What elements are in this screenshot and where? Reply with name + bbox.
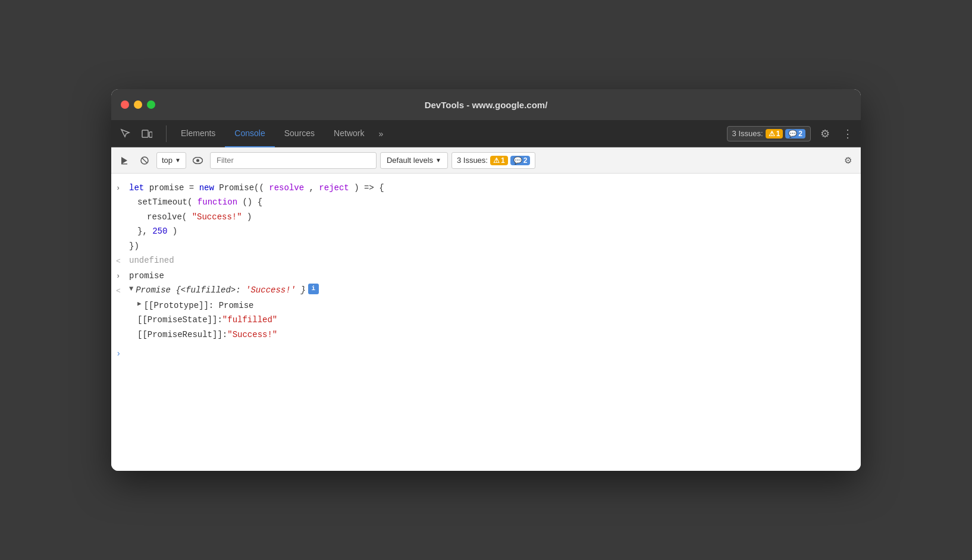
list-item[interactable]: < ▼ Promise {<fulfilled>: 'Success!' } i <box>111 283 861 298</box>
warn-icon: ⚠ <box>769 130 775 138</box>
console-output: › let promise = new Promise(( resolve , … <box>111 174 861 471</box>
toolbar-info-icon: 💬 <box>513 156 522 165</box>
traffic-lights <box>121 100 155 109</box>
undefined-output: undefined <box>129 254 174 267</box>
triangle-down-icon[interactable]: ▼ <box>129 284 133 295</box>
tab-console[interactable]: Console <box>225 120 274 147</box>
console-settings-icon[interactable]: ⚙ <box>839 152 856 169</box>
toolbar-info-badge: 💬 2 <box>510 156 531 165</box>
console-toolbar: top ▼ Default levels ▼ 3 Issues: ⚠ 1 💬 2 <box>111 147 861 174</box>
svg-marker-2 <box>121 157 127 164</box>
minimize-button[interactable] <box>134 100 142 109</box>
info-icon: 💬 <box>788 130 797 138</box>
list-item: [[PromiseState]]: "fulfilled" <box>111 313 861 327</box>
toolbar-warn-count: 1 <box>501 156 505 165</box>
promise-state-key: [[PromiseState]]: <box>137 313 222 326</box>
warn-badge: ⚠ 1 <box>766 129 783 139</box>
list-item: resolve( "Success!" ) <box>111 210 861 224</box>
list-item: }) <box>111 239 861 253</box>
tab-sources[interactable]: Sources <box>275 120 324 147</box>
toolbar-info-count: 2 <box>523 156 528 165</box>
issues-prefix: 3 Issues: <box>732 129 763 138</box>
list-item[interactable]: ▶ [[Prototype]]: Promise <box>111 298 861 313</box>
output-chevron-icon: < <box>116 256 127 268</box>
number-250: 250 <box>152 226 167 236</box>
tab-separator <box>166 125 167 142</box>
info-count: 2 <box>798 130 802 138</box>
more-tabs-button[interactable]: » <box>374 129 388 139</box>
prototype-entry: [[Prototype]]: Promise <box>144 299 254 312</box>
window-title: DevTools - www.google.com/ <box>425 100 548 110</box>
list-item: }, 250 ) <box>111 224 861 238</box>
devtools-window: DevTools - www.google.com/ Elements Cons… <box>111 89 861 471</box>
list-item: [[PromiseResult]]: "Success!" <box>111 328 861 342</box>
keyword-let: let <box>129 183 144 193</box>
keyword-new: new <box>199 183 214 193</box>
keyword-function: function <box>197 197 237 207</box>
console-prompt-line[interactable]: › <box>111 347 861 361</box>
clear-console-icon[interactable] <box>136 152 153 169</box>
list-item: setTimeout( function () { <box>111 195 861 209</box>
string-success: "Success!" <box>192 212 242 222</box>
device-toggle-icon[interactable] <box>137 124 156 143</box>
param-reject: reject <box>319 183 349 193</box>
context-label: top <box>162 156 173 165</box>
promise-state-value: "fulfilled" <box>222 313 277 326</box>
svg-line-5 <box>142 158 147 163</box>
promise-label: promise <box>129 269 164 282</box>
info-icon[interactable]: i <box>308 284 319 294</box>
prompt-chevron-icon: › <box>116 347 121 360</box>
input-chevron-2-icon[interactable]: › <box>116 271 127 282</box>
input-chevron-icon[interactable]: › <box>116 183 127 194</box>
svg-rect-3 <box>121 163 127 165</box>
log-levels-label: Default levels <box>387 156 433 165</box>
log-levels-dropdown[interactable]: Default levels ▼ <box>380 152 448 169</box>
live-expressions-icon[interactable] <box>190 152 206 169</box>
more-options-icon[interactable]: ⋮ <box>839 124 856 143</box>
svg-point-7 <box>196 159 199 162</box>
list-item[interactable]: › let promise = new Promise(( resolve , … <box>111 181 861 195</box>
svg-rect-0 <box>142 130 148 137</box>
inspect-icon[interactable] <box>116 124 135 143</box>
toolbar-issues-badge[interactable]: 3 Issues: ⚠ 1 💬 2 <box>451 152 535 169</box>
tab-elements[interactable]: Elements <box>171 120 225 147</box>
titlebar: DevTools - www.google.com/ <box>111 89 861 120</box>
filter-input[interactable] <box>210 152 377 169</box>
svg-rect-1 <box>149 132 152 137</box>
log-levels-arrow-icon: ▼ <box>435 157 441 163</box>
warn-count: 1 <box>776 130 780 138</box>
toolbar-warn-badge: ⚠ 1 <box>490 156 508 165</box>
list-item[interactable]: › promise <box>111 269 861 283</box>
param-resolve: resolve <box>269 183 304 193</box>
issues-badge[interactable]: 3 Issues: ⚠ 1 💬 2 <box>727 126 811 141</box>
tabs-right-actions: 3 Issues: ⚠ 1 💬 2 ⚙ ⋮ <box>727 124 856 143</box>
tab-icons <box>116 124 156 143</box>
tab-network[interactable]: Network <box>324 120 374 147</box>
info-badge: 💬 2 <box>785 129 805 139</box>
execute-icon[interactable] <box>116 152 133 169</box>
close-button[interactable] <box>121 100 129 109</box>
output-chevron-2-icon: < <box>116 285 127 298</box>
toolbar-warn-icon: ⚠ <box>493 156 500 165</box>
toolbar-issues-prefix: 3 Issues: <box>457 156 488 165</box>
maximize-button[interactable] <box>147 100 155 109</box>
settings-gear-icon[interactable]: ⚙ <box>816 124 835 143</box>
dropdown-arrow-icon: ▼ <box>175 157 181 163</box>
tabs-bar: Elements Console Sources Network » 3 Iss… <box>111 120 861 147</box>
promise-object: Promise {<fulfilled>: 'Success!' } <box>136 284 306 297</box>
triangle-right-icon[interactable]: ▶ <box>137 299 142 310</box>
context-selector[interactable]: top ▼ <box>156 152 186 169</box>
list-item: < undefined <box>111 253 861 269</box>
promise-result-key: [[PromiseResult]]: <box>137 328 227 341</box>
promise-result-value: "Success!" <box>227 328 277 341</box>
